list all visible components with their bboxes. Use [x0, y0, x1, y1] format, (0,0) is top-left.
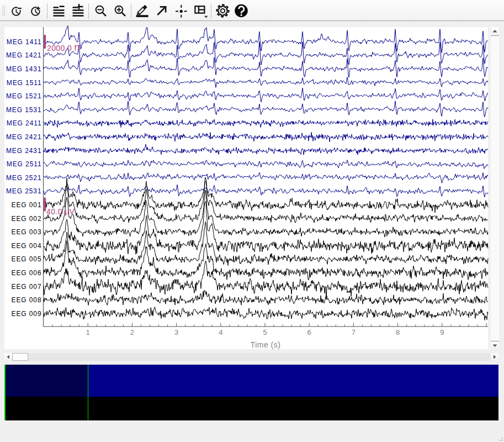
- svg-text:6: 6: [307, 328, 311, 336]
- svg-text:MEG 2431: MEG 2431: [6, 147, 42, 155]
- svg-text:5: 5: [263, 328, 267, 336]
- svg-text:EEG 004: EEG 004: [12, 242, 42, 250]
- svg-text:8: 8: [396, 328, 400, 336]
- svg-text:MEG 2421: MEG 2421: [6, 133, 42, 141]
- svg-text:MEG 2531: MEG 2531: [6, 187, 42, 195]
- svg-text:EEG 009: EEG 009: [12, 310, 42, 318]
- svg-text:MEG 2521: MEG 2521: [6, 174, 42, 182]
- svg-text:7: 7: [352, 328, 356, 336]
- svg-text:9: 9: [440, 328, 444, 336]
- svg-text:1: 1: [86, 328, 90, 336]
- svg-text:EEG 002: EEG 002: [12, 215, 42, 223]
- svg-text:EEG 007: EEG 007: [12, 283, 42, 291]
- svg-text:4: 4: [219, 328, 222, 336]
- svg-text:MEG 1521: MEG 1521: [6, 92, 42, 100]
- svg-text:MEG 1411: MEG 1411: [7, 38, 42, 46]
- svg-text:MEG 1431: MEG 1431: [6, 65, 42, 73]
- svg-text:40.0 µV: 40.0 µV: [46, 207, 75, 216]
- svg-text:EEG 008: EEG 008: [12, 296, 42, 304]
- svg-text:MEG 2511: MEG 2511: [7, 160, 42, 168]
- svg-text:EEG 003: EEG 003: [12, 228, 42, 236]
- svg-text:EEG 001: EEG 001: [12, 201, 42, 209]
- svg-text:2000.0 fT: 2000.0 fT: [47, 44, 82, 52]
- svg-text:Time (s): Time (s): [251, 340, 281, 349]
- svg-text:MEG 1531: MEG 1531: [6, 106, 42, 114]
- svg-text:MEG 1421: MEG 1421: [6, 51, 42, 59]
- svg-text:2: 2: [130, 328, 134, 336]
- svg-text:EEG 006: EEG 006: [12, 269, 42, 277]
- svg-text:EEG 005: EEG 005: [12, 255, 42, 263]
- svg-text:MEG 1511: MEG 1511: [7, 79, 42, 87]
- svg-text:3: 3: [174, 328, 178, 336]
- svg-text:MEG 2411: MEG 2411: [7, 119, 42, 127]
